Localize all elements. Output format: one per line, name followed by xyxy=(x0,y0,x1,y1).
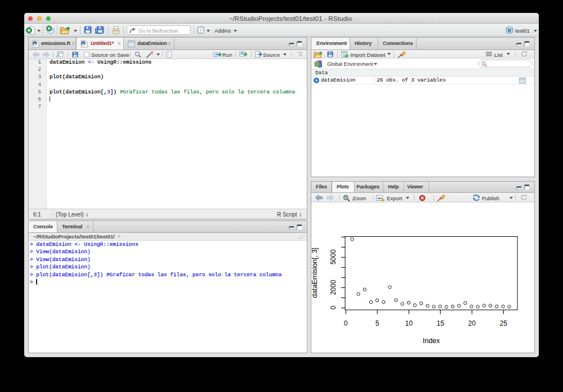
svg-text:15: 15 xyxy=(437,319,445,327)
svg-text:0: 0 xyxy=(344,319,348,327)
svg-text:5: 5 xyxy=(376,319,379,327)
svg-text:dataEmision[, 3]: dataEmision[, 3] xyxy=(311,247,319,298)
svg-text:R: R xyxy=(508,28,511,33)
svg-text:2000: 2000 xyxy=(329,280,337,295)
svg-text:Index: Index xyxy=(423,337,440,345)
svg-text:10: 10 xyxy=(405,319,413,327)
svg-text:25: 25 xyxy=(500,319,508,327)
svg-text:5000: 5000 xyxy=(329,249,337,264)
svg-text:20: 20 xyxy=(468,319,476,327)
svg-text:0: 0 xyxy=(329,305,337,309)
